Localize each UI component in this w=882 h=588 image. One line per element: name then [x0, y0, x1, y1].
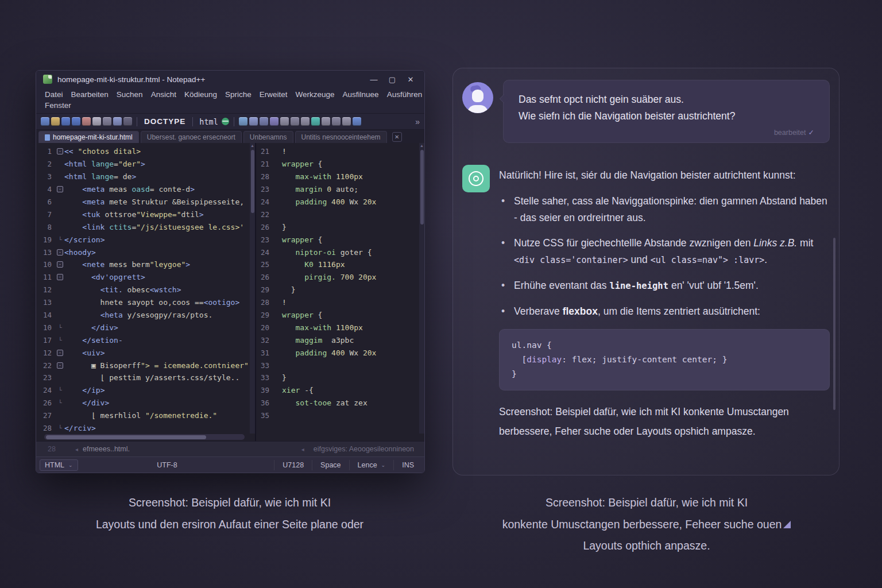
code-text: ▣ Bisoperff"> = icemeade.contnieer"	[64, 361, 249, 370]
menu-item[interactable]: Ansicht	[147, 89, 180, 100]
line-number: 7	[36, 210, 56, 219]
html-label: html	[199, 117, 218, 126]
maximize-button[interactable]: ▢	[384, 73, 400, 86]
title-bar[interactable]: homepage-mit-ki-struktur.html - Notepad+…	[36, 71, 424, 88]
fold-marker[interactable]: -	[56, 186, 64, 192]
fold-marker[interactable]: └	[56, 425, 64, 431]
minimize-button[interactable]: —	[366, 73, 382, 86]
save-icon[interactable]	[61, 117, 70, 126]
paste-icon[interactable]	[113, 117, 122, 126]
toolbar-overflow-chevron[interactable]: »	[415, 117, 420, 126]
menu-item[interactable]: Spriche	[221, 89, 256, 100]
language-selector[interactable]: HTML ⌄	[40, 459, 78, 471]
code-line: 22 - ▣ Bisoperff"> = icemeade.contnieer"	[36, 359, 255, 372]
scroll-up-arrow[interactable]: ▲	[420, 144, 424, 148]
list-2-icon[interactable]	[332, 117, 341, 126]
print-icon[interactable]	[82, 117, 91, 126]
open-folder-icon[interactable]	[51, 117, 60, 126]
copy-icon[interactable]	[103, 117, 111, 126]
show-symbols-icon[interactable]	[291, 117, 299, 126]
line-number: 10	[36, 323, 56, 332]
chat-panel: Das sefnt opct nicht gein suäber aus.Wie…	[452, 68, 840, 475]
document-info-bar: 28 ◂ efmeees..html. ◂ eifgsviges: Aeooge…	[36, 441, 424, 457]
function-list-icon[interactable]	[270, 117, 278, 126]
macro-icon[interactable]	[311, 117, 320, 126]
scrollbar-thumb[interactable]	[251, 150, 254, 213]
zoom-in-icon[interactable]	[301, 117, 310, 126]
fold-marker[interactable]: -	[56, 148, 64, 154]
editor-area: 1 - << "chotos dital> 2 <html lange="der…	[36, 143, 424, 441]
menu-item[interactable]: Erweitet	[256, 89, 292, 100]
doc-map-icon[interactable]	[260, 117, 268, 126]
save-all-icon[interactable]	[72, 117, 80, 126]
fold-marker[interactable]: └	[56, 400, 64, 406]
bullet-text: Erhühe eventant das line-height en' 'vut…	[514, 280, 759, 291]
menu-item[interactable]: Ausfilnuee	[339, 89, 383, 100]
code-line: 28 max-with 1100px	[256, 171, 424, 183]
tabs: homepage-mit-ki-stur.html Ubersest. gano…	[38, 131, 387, 143]
right-code-lines[interactable]: 21 ! 21 wrapper { 28	[256, 143, 424, 422]
editor-tab[interactable]: homepage-mit-ki-stur.html	[38, 131, 139, 143]
search-icon[interactable]	[239, 117, 247, 126]
encoding-label: UTF-8	[149, 460, 185, 470]
editor-pane-left[interactable]: 1 - << "chotos dital> 2 <html lange="der…	[36, 143, 256, 441]
code-line: 35	[256, 409, 424, 422]
editor-tab[interactable]: Unbenamns	[243, 131, 293, 143]
fold-marker[interactable]: -	[56, 350, 64, 356]
fold-marker[interactable]: -	[56, 274, 64, 280]
word-wrap-icon[interactable]	[280, 117, 289, 126]
menu-item[interactable]: Suchen	[113, 89, 147, 100]
tab-label: Untitis nesnooceinteehem	[301, 133, 381, 141]
new-file-icon[interactable]	[41, 117, 49, 126]
scrollbar-thumb[interactable]	[420, 150, 424, 225]
left-code-lines[interactable]: 1 - << "chotos dital> 2 <html lange="der…	[36, 143, 255, 434]
line-number: 23	[256, 235, 273, 244]
menu-item[interactable]: Ausführen	[383, 89, 425, 100]
collapse-arrow-icon[interactable]: ◂	[75, 446, 78, 452]
cut-icon[interactable]	[92, 117, 101, 126]
list-3-icon[interactable]	[342, 117, 351, 126]
code-line: 2 <html lange="der">	[36, 158, 255, 171]
editor-tab[interactable]: Untitis nesnooceinteehem	[295, 131, 387, 143]
left-vertical-scrollbar[interactable]: ▲	[250, 143, 255, 434]
collapse-arrow-icon[interactable]: ◂	[301, 446, 304, 452]
menu-item[interactable]: Werkzeuge	[292, 89, 339, 100]
line-number: 26	[256, 223, 273, 231]
code-text: max-with 1100px	[282, 323, 363, 332]
editor-pane-right[interactable]: 21 ! 21 wrapper { 28	[256, 143, 424, 441]
right-vertical-scrollbar[interactable]: ▲	[419, 143, 424, 434]
code-line: 10 - <nete mess berm"leygoe">	[36, 258, 255, 271]
scroll-up-arrow[interactable]: ▲	[250, 144, 254, 148]
horizontal-scrollbar[interactable]	[44, 434, 245, 440]
line-number: 6	[36, 198, 56, 206]
line-number: 33	[256, 361, 273, 370]
fold-marker[interactable]: └	[56, 387, 64, 393]
right-caption: Screenshot: Beispiel dafür, wie ich mit …	[457, 492, 836, 557]
status-text: bearbeitet	[774, 129, 806, 137]
fold-marker[interactable]: └	[56, 324, 64, 331]
fold-marker[interactable]: -	[56, 249, 64, 256]
scrollbar-thumb[interactable]	[46, 435, 206, 439]
line-number: 28	[256, 172, 273, 181]
fold-marker[interactable]: └	[56, 337, 64, 343]
code-text: margin 0 auto;	[282, 185, 358, 194]
line-number: 29	[256, 311, 273, 319]
close-doc-icon[interactable]	[123, 117, 132, 126]
editor-tab[interactable]: Ubersest. ganoec ersecneort	[141, 131, 242, 143]
menu-item[interactable]: Bearbeiten	[67, 89, 113, 100]
replace-icon[interactable]	[249, 117, 258, 126]
chat-scrollbar[interactable]	[833, 238, 835, 410]
menu-item[interactable]: Fenster	[41, 100, 75, 111]
tab-close-button[interactable]: ✕	[392, 132, 402, 142]
fold-marker[interactable]: └	[56, 237, 64, 243]
monitor-icon[interactable]	[353, 117, 361, 126]
list-1-icon[interactable]	[322, 117, 330, 126]
menu-item[interactable]: Datei	[41, 89, 67, 100]
fold-marker[interactable]: -	[56, 362, 64, 369]
fold-marker[interactable]: -	[56, 261, 64, 268]
close-button[interactable]: ✕	[403, 73, 419, 86]
info-right-text: eifgsviges: Aeoogesileonnineon	[314, 445, 414, 453]
eol-selector[interactable]: Lence ⌄	[349, 460, 394, 470]
code-line: 12 - <uiv>	[36, 346, 255, 359]
menu-item[interactable]: Ködieung	[180, 89, 221, 100]
